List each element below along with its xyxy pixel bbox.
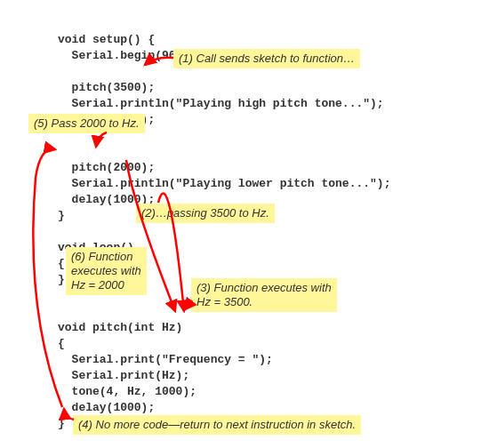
code-line: Serial.print(Hz); xyxy=(58,369,189,382)
annotation-1: (1) Call sends sketch to function… xyxy=(173,49,360,68)
annotation-6: (6) Function executes with Hz = 2000 xyxy=(66,247,147,295)
code-line: pitch(3500); xyxy=(58,81,155,94)
code-line: } xyxy=(58,417,65,430)
code-block: void setup() { Serial.begin(9600); pitch… xyxy=(58,16,470,432)
annotation-3: (3) Function executes with Hz = 3500. xyxy=(191,278,337,312)
code-line: { xyxy=(58,257,65,270)
code-line: } xyxy=(58,273,65,286)
code-line: delay(1000); xyxy=(58,401,155,414)
code-line: Serial.println("Playing lower pitch tone… xyxy=(58,177,390,190)
code-line: tone(4, Hz, 1000); xyxy=(58,385,196,398)
annotation-2: (2)…passing 3500 to Hz. xyxy=(136,204,275,223)
code-line: void pitch(int Hz) xyxy=(58,321,182,334)
code-line: Serial.println("Playing high pitch tone.… xyxy=(58,97,384,110)
annotation-5: (5) Pass 2000 to Hz. xyxy=(28,114,145,133)
code-line: pitch(2000); xyxy=(58,161,155,174)
annotation-4: (4) No more code—return to next instruct… xyxy=(73,415,361,435)
code-line: } xyxy=(58,209,65,222)
code-line: void setup() { xyxy=(58,33,155,46)
code-line: { xyxy=(58,337,65,350)
code-line: Serial.print("Frequency = "); xyxy=(58,353,273,366)
